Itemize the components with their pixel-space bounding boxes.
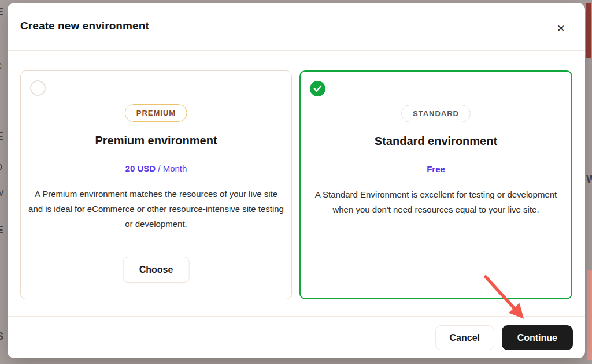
cancel-button[interactable]: Cancel bbox=[435, 325, 494, 350]
bg-text-fragment: c bbox=[0, 60, 2, 72]
price-amount: Free bbox=[427, 164, 445, 174]
premium-plan-price: 20 USD / Month bbox=[21, 164, 291, 173]
standard-plan-description: A Standard Environment is excellent for … bbox=[308, 187, 564, 217]
dialog-footer: Cancel Continue bbox=[8, 316, 585, 358]
bg-red-strip bbox=[586, 3, 591, 58]
bg-text-fragment: S bbox=[0, 330, 3, 343]
check-circle-icon[interactable] bbox=[310, 81, 325, 96]
dialog-title: Create new environment bbox=[20, 20, 149, 32]
bg-salmon-strip bbox=[587, 270, 592, 360]
plan-options: PREMIUM Premium environment 20 USD / Mon… bbox=[8, 51, 585, 318]
bg-text-fragment: W bbox=[586, 173, 592, 185]
dialog-header: Create new environment ✕ bbox=[8, 3, 585, 51]
bg-text-fragment: 'v bbox=[0, 187, 3, 199]
premium-badge: PREMIUM bbox=[125, 104, 187, 122]
price-amount: 20 USD bbox=[125, 164, 156, 173]
bg-text-fragment: p bbox=[0, 161, 2, 173]
continue-button[interactable]: Continue bbox=[502, 325, 573, 350]
standard-plan-name: Standard environment bbox=[301, 135, 571, 148]
bg-text-fragment: E bbox=[0, 224, 3, 236]
price-suffix: / Month bbox=[156, 164, 187, 173]
create-environment-dialog: Create new environment ✕ PREMIUM Premium… bbox=[8, 3, 585, 358]
close-icon[interactable]: ✕ bbox=[554, 22, 568, 36]
bg-text-fragment: E bbox=[0, 131, 3, 143]
checkmark-icon bbox=[313, 85, 322, 92]
radio-unselected-icon[interactable] bbox=[30, 80, 46, 96]
premium-plan-card[interactable]: PREMIUM Premium environment 20 USD / Mon… bbox=[20, 70, 292, 299]
premium-plan-name: Premium environment bbox=[21, 134, 291, 147]
standard-plan-price: Free bbox=[301, 164, 571, 174]
bg-text-fragment: E bbox=[0, 6, 3, 18]
premium-plan-description: A Premium environment matches the resour… bbox=[28, 187, 284, 232]
choose-button[interactable]: Choose bbox=[123, 257, 190, 283]
standard-badge: STANDARD bbox=[401, 105, 471, 122]
standard-plan-card[interactable]: STANDARD Standard environment Free A Sta… bbox=[299, 70, 572, 299]
